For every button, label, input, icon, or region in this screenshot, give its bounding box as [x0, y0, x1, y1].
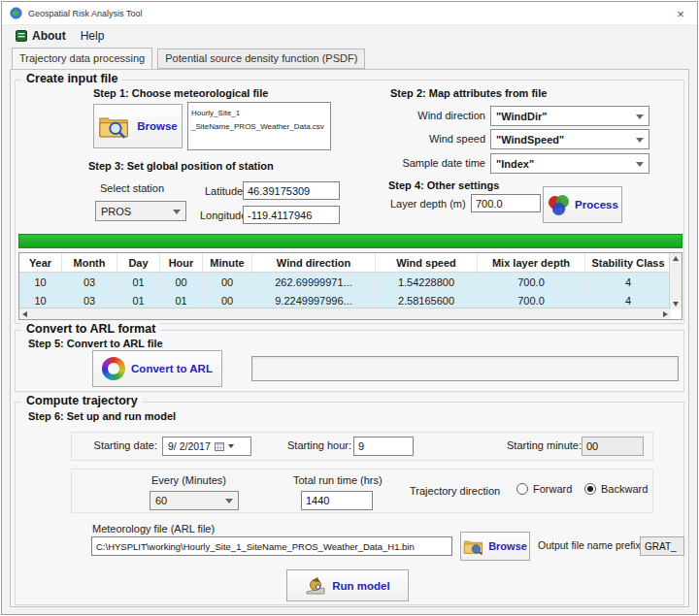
table-header-row: Year Month Day Hour Minute Wind directio…	[19, 253, 671, 273]
every-minutes-label: Every (Minutes)	[151, 474, 226, 486]
table-cell: 00	[203, 273, 252, 291]
chevron-down-icon	[173, 210, 181, 214]
col-header-minute[interactable]: Minute	[203, 253, 252, 272]
scroll-left-icon[interactable]	[22, 311, 27, 317]
chevron-down-icon	[225, 499, 233, 503]
wind-direction-label: Wind direction	[396, 110, 485, 121]
col-header-month[interactable]: Month	[62, 253, 117, 272]
app-icon	[10, 7, 22, 19]
col-header-year[interactable]: Year	[19, 253, 62, 272]
total-run-time-input[interactable]	[301, 491, 373, 510]
table-cell: 03	[62, 273, 117, 291]
run-model-button[interactable]: Run model	[286, 569, 409, 601]
table-cell: 4	[585, 273, 671, 291]
tab-psdf[interactable]: Potential source density function (PSDF)	[157, 49, 365, 69]
wind-direction-select[interactable]: "WindDir"	[490, 106, 649, 126]
folder-magnifier-icon	[98, 113, 131, 140]
output-prefix-input[interactable]	[640, 536, 684, 556]
browse-met-file-button[interactable]: Browse	[93, 104, 183, 148]
sample-datetime-select[interactable]: "Index"	[490, 153, 649, 174]
tab-trajectory-data-processing[interactable]: Trajectory data processing	[12, 48, 152, 69]
every-minutes-select[interactable]: 60	[150, 491, 239, 510]
chevron-down-icon	[228, 444, 234, 448]
col-header-mix-layer-depth[interactable]: Mix layer depth	[478, 253, 585, 272]
table-cell: 01	[117, 273, 160, 291]
convert-button-label: Convert to ARL	[131, 363, 213, 374]
starting-date-value: 9/ 2/2017	[168, 440, 211, 452]
starting-hour-label: Starting hour:	[287, 439, 351, 451]
weather-data-table: Year Month Day Hour Minute Wind directio…	[18, 252, 682, 320]
menu-help[interactable]: Help	[77, 27, 114, 46]
table-cell: 262.69999971...	[252, 273, 376, 291]
latitude-label: Latitude	[205, 185, 243, 197]
scroll-down-icon[interactable]	[673, 302, 679, 307]
met-file-line1: Hourly_Site_1	[191, 107, 327, 120]
sample-datetime-value: "Index"	[496, 158, 534, 170]
col-header-wind-direction[interactable]: Wind direction	[252, 253, 376, 272]
process-progress-bar	[18, 234, 682, 248]
wind-direction-value: "WindDir"	[496, 111, 548, 122]
step5-title: Step 5: Convert to ARL file	[28, 338, 163, 349]
calendar-icon	[215, 441, 224, 451]
step6-title: Step 6: Set up and run model	[28, 410, 176, 422]
step1-title: Step 1: Choose meteorological file	[93, 87, 268, 99]
layer-depth-input[interactable]	[471, 194, 541, 212]
backward-radio-label: Backward	[601, 483, 648, 495]
met-arl-file-input[interactable]	[91, 536, 452, 556]
convert-progress-bar	[251, 356, 679, 381]
radio-checked-icon	[584, 483, 596, 495]
run-settings-row: Every (Minutes) 60 Total run time (hrs) …	[71, 469, 653, 513]
starting-date-picker[interactable]: 9/ 2/2017	[162, 437, 251, 456]
table-cell: 00	[160, 273, 203, 291]
station-select[interactable]: PROS	[95, 201, 186, 221]
run-model-button-label: Run model	[332, 580, 389, 592]
horizontal-scrollbar[interactable]	[19, 308, 671, 319]
title-bar: Geospatial Risk Analysis Tool ×	[2, 2, 697, 25]
starting-minute-input[interactable]	[582, 437, 644, 456]
menu-about[interactable]: About	[12, 27, 75, 46]
vertical-scrollbar[interactable]	[669, 253, 682, 309]
station-value: PROS	[101, 206, 131, 217]
col-header-wind-speed[interactable]: Wind speed	[376, 253, 478, 272]
starting-minute-label: Starting minute:	[507, 439, 582, 451]
table-cell: 700.0	[478, 273, 585, 291]
select-station-label: Select station	[100, 182, 164, 194]
radio-unchecked-icon	[516, 483, 528, 495]
convert-arl-title: Convert to ARL format	[21, 322, 160, 336]
table-cell: 10	[19, 273, 62, 291]
scroll-up-icon[interactable]	[673, 256, 679, 261]
col-header-day[interactable]: Day	[117, 253, 160, 272]
col-header-stability-class[interactable]: Stability Class	[585, 253, 671, 272]
scroll-right-icon[interactable]	[663, 311, 668, 317]
process-button-label: Process	[575, 199, 618, 211]
create-input-file-group: Create input file Step 1: Choose meteoro…	[15, 80, 684, 324]
close-button[interactable]: ×	[664, 2, 697, 25]
tab-strip: Trajectory data processing Potential sou…	[2, 48, 697, 70]
forward-radio[interactable]: Forward	[516, 483, 572, 495]
col-header-hour[interactable]: Hour	[160, 253, 203, 272]
chevron-down-icon	[636, 138, 644, 143]
wind-speed-select[interactable]: "WindSpeed"	[490, 129, 649, 149]
process-button[interactable]: Process	[543, 186, 622, 223]
browse-arl-button[interactable]: Browse	[460, 532, 530, 561]
output-prefix-label: Output file name prefix	[538, 539, 641, 551]
table-cell: 1.54228800	[376, 273, 478, 291]
longitude-input[interactable]	[243, 206, 340, 224]
run-model-icon	[305, 576, 326, 596]
every-minutes-value: 60	[155, 495, 167, 506]
rainbow-ring-icon	[102, 357, 125, 380]
window-title: Geospatial Risk Analysis Tool	[28, 9, 142, 18]
total-run-time-label: Total run time (hrs)	[293, 474, 383, 486]
table-row[interactable]: 10 03 01 00 00 262.69999971... 1.5422880…	[19, 273, 671, 291]
backward-radio[interactable]: Backward	[584, 483, 648, 495]
met-file-line2: _SiteName_PROS_Weather_Data.csv	[191, 120, 327, 134]
browse-button-label: Browse	[137, 120, 178, 132]
browse-arl-button-label: Browse	[488, 540, 527, 552]
starting-hour-input[interactable]	[353, 437, 414, 456]
step4-title: Step 4: Other settings	[388, 179, 499, 191]
met-file-display: Hourly_Site_1 _SiteName_PROS_Weather_Dat…	[187, 102, 331, 150]
compute-trajectory-title: Compute trajectory	[21, 394, 143, 407]
convert-to-arl-button[interactable]: Convert to ARL	[92, 350, 222, 387]
start-datetime-row: Starting date: 9/ 2/2017 Starting hour: …	[71, 432, 653, 461]
latitude-input[interactable]	[243, 181, 340, 200]
